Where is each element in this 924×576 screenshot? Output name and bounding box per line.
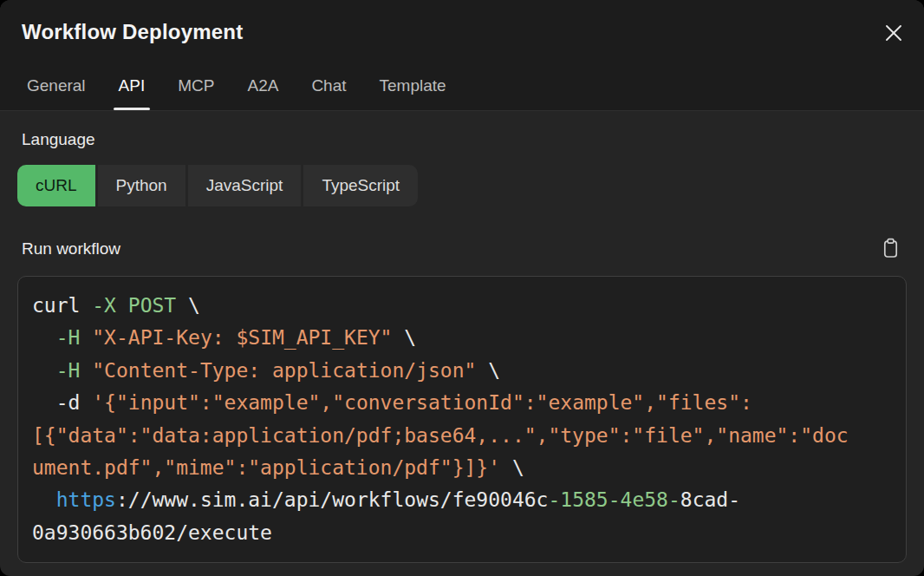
code-token-orange: "X-API-Key: $SIM_API_KEY" <box>92 326 392 349</box>
code-token-plain <box>32 488 56 511</box>
code-token-plain: curl <box>32 294 92 317</box>
code-token-plain <box>116 294 128 317</box>
tab-mcp[interactable]: MCP <box>172 76 219 110</box>
language-selector: cURLPythonJavaScriptTypeScript <box>17 165 418 206</box>
code-line: -d '{"input":"example","conversationId":… <box>32 387 892 419</box>
page-title: Workflow Deployment <box>22 20 243 44</box>
language-label: Language <box>22 130 95 149</box>
code-token-plain <box>80 326 92 349</box>
code-token-orange: ument.pdf","mime":"application/pdf"}]}' <box>32 456 500 479</box>
code-line: -H "Content-Type: application/json" \ <box>32 355 892 387</box>
code-line: 0a930663b602/execute <box>32 517 892 549</box>
copy-button[interactable] <box>879 237 901 261</box>
code-line: ument.pdf","mime":"application/pdf"}]}' … <box>32 452 892 484</box>
close-button[interactable] <box>882 23 905 45</box>
tab-general[interactable]: General <box>22 76 91 110</box>
code-token-green: -H <box>56 326 81 349</box>
code-line: -H "X-API-Key: $SIM_API_KEY" \ <box>32 322 892 354</box>
workflow-deployment-modal: Workflow Deployment GeneralAPIMCPA2AChat… <box>0 0 924 576</box>
tab-a2a[interactable]: A2A <box>242 76 283 110</box>
code-token-orange: "Content-Type: application/json" <box>92 359 476 382</box>
code-line: https://www.sim.ai/api/workflows/fe90046… <box>32 484 892 516</box>
code-token-plain: \ <box>392 326 416 349</box>
close-icon <box>884 23 903 45</box>
code-token-plain: \ <box>176 294 200 317</box>
code-line: [{"data":"data:application/pdf;base64,..… <box>32 420 892 452</box>
code-token-orange: '{"input":"example","conversationId":"ex… <box>92 391 752 414</box>
run-workflow-label: Run workflow <box>22 239 120 259</box>
tab-template[interactable]: Template <box>374 76 452 110</box>
language-option-javascript[interactable]: JavaScript <box>188 165 302 206</box>
code-token-plain: \ <box>500 456 524 479</box>
code-token-plain: -d <box>32 391 92 414</box>
tab-bar: GeneralAPIMCPA2AChatTemplate <box>22 76 452 110</box>
code-token-green: POST <box>128 294 176 317</box>
tab-chat[interactable]: Chat <box>306 76 351 110</box>
language-option-python[interactable]: Python <box>98 165 185 206</box>
code-token-blue: https <box>56 488 116 511</box>
code-token-plain: \ <box>476 359 500 382</box>
code-token-plain: 0a930663b602/execute <box>32 521 272 544</box>
code-token-green: -X <box>92 294 116 317</box>
language-option-typescript[interactable]: TypeScript <box>303 165 418 206</box>
code-token-plain <box>32 326 56 349</box>
code-token-plain <box>32 359 56 382</box>
tab-api[interactable]: API <box>114 76 151 110</box>
code-block[interactable]: curl -X POST \ -H "X-API-Key: $SIM_API_K… <box>17 276 907 563</box>
code-token-green: -1585-4e58- <box>548 488 680 511</box>
code-token-orange: [{"data":"data:application/pdf;base64,..… <box>32 424 849 447</box>
code-line: curl -X POST \ <box>32 290 892 322</box>
modal-header: Workflow Deployment GeneralAPIMCPA2AChat… <box>0 0 924 111</box>
code-token-plain: 8cad- <box>680 488 740 511</box>
code-token-plain: ://www.sim.ai/api/workflows/fe90046c <box>116 488 549 511</box>
language-option-curl[interactable]: cURL <box>17 165 95 206</box>
code-token-green: -H <box>56 359 81 382</box>
clipboard-icon <box>882 238 900 261</box>
code-token-plain <box>80 359 92 382</box>
